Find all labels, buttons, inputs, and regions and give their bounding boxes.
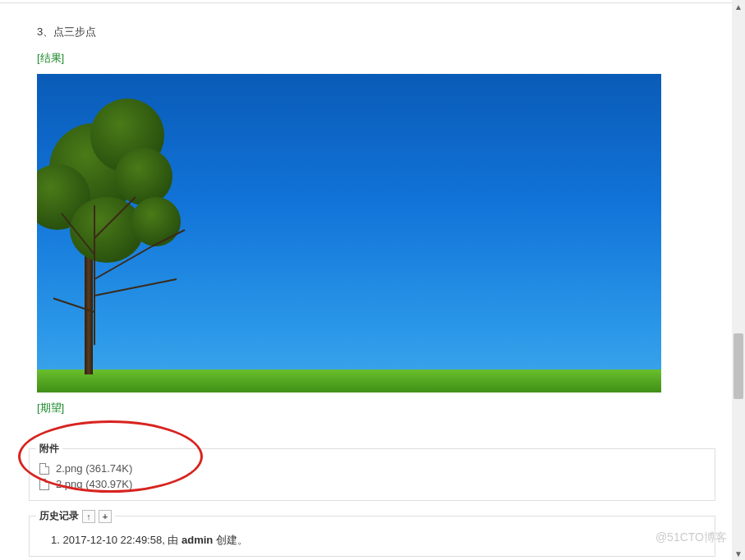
history-legend: 历史记录 ↑ + (36, 509, 115, 523)
attachments-section: 附件 2.png (361.74K) 2.png (430.97K) (29, 448, 715, 501)
scrollbar-track[interactable] (732, 13, 745, 547)
history-item: 1. 2017-12-10 22:49:58, 由 admin 创建。 (51, 533, 705, 548)
scroll-up-arrow-icon[interactable]: ▲ (732, 0, 745, 13)
collapse-button[interactable]: ↑ (82, 510, 95, 523)
file-icon (39, 463, 49, 475)
attachment-name: 2.png (430.97K) (56, 476, 132, 492)
history-user: admin (182, 534, 213, 546)
add-history-button[interactable]: + (99, 510, 112, 523)
history-index: 1. (51, 534, 60, 546)
attachment-row[interactable]: 2.png (361.74K) (39, 461, 705, 476)
history-section: 历史记录 ↑ + 1. 2017-12-10 22:49:58, 由 admin… (29, 516, 715, 557)
file-icon (39, 479, 49, 490)
svg-line-4 (94, 279, 177, 296)
tree-branches (53, 181, 218, 345)
svg-line-3 (94, 246, 152, 279)
attachment-row[interactable]: 2.png (430.97K) (39, 476, 705, 492)
expect-label: [期望] (37, 401, 715, 415)
attachments-legend: 附件 (36, 442, 62, 456)
vertical-scrollbar[interactable]: ▲ ▼ (732, 0, 745, 560)
content-scroll-area: 3、点三步点 [结果] [期望] 附件 2.png (361.74K) (0, 0, 745, 560)
svg-line-2 (94, 197, 136, 238)
svg-line-5 (53, 296, 94, 312)
result-image[interactable] (37, 74, 661, 392)
history-legend-text: 历史记录 (39, 509, 79, 523)
watermark: @51CTO博客 (655, 530, 727, 545)
attachment-name: 2.png (361.74K) (56, 461, 132, 476)
scrollbar-thumb[interactable] (734, 333, 743, 399)
result-label: [结果] (37, 51, 715, 66)
svg-line-6 (152, 230, 185, 246)
history-timestamp: 2017-12-10 22:49:58 (62, 534, 162, 546)
scroll-down-arrow-icon[interactable]: ▼ (732, 547, 745, 560)
svg-line-1 (62, 213, 94, 255)
step-description: 3、点三步点 (37, 25, 715, 39)
attachments-legend-text: 附件 (39, 442, 59, 456)
